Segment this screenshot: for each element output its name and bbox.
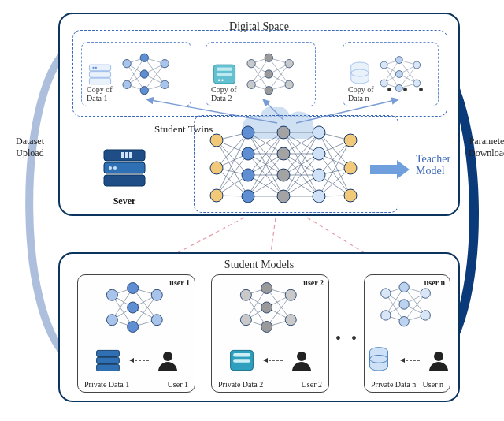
svg-point-44	[265, 70, 272, 78]
svg-point-41	[247, 60, 255, 68]
svg-rect-76	[125, 152, 128, 158]
private-data-label: Private Data n	[371, 380, 416, 389]
svg-rect-201	[233, 353, 250, 357]
data-drive-icon	[228, 346, 256, 374]
user-box-n: user n Private Data n User n	[364, 274, 450, 393]
server-label: Sever	[93, 196, 156, 207]
small-nn-icon	[118, 50, 176, 98]
svg-point-172	[128, 302, 139, 313]
svg-point-22	[161, 60, 169, 68]
svg-point-199	[285, 315, 296, 326]
svg-point-47	[285, 80, 293, 88]
user-icon	[291, 349, 313, 371]
data-stack-icon	[94, 346, 122, 374]
svg-point-173	[128, 322, 139, 333]
svg-point-169	[106, 289, 117, 300]
svg-point-222	[421, 289, 430, 298]
twin-caption: Copy ofData 2	[211, 86, 237, 102]
svg-point-144	[277, 147, 290, 160]
svg-point-17	[123, 60, 131, 68]
svg-point-66	[395, 84, 402, 91]
teacher-nn-icon	[205, 125, 362, 211]
svg-point-140	[242, 147, 254, 160]
private-data-label: Private Data 2	[218, 380, 263, 389]
svg-point-147	[313, 126, 325, 139]
svg-point-223	[421, 311, 430, 320]
dash-arrow-icon	[262, 356, 284, 364]
svg-rect-202	[233, 359, 250, 363]
twin-box-n: Copy ofData n	[343, 42, 439, 106]
svg-point-63	[380, 80, 387, 87]
svg-point-27	[218, 79, 220, 81]
svg-rect-178	[97, 364, 120, 371]
database-icon	[365, 346, 393, 374]
svg-point-62	[380, 61, 387, 69]
svg-point-196	[261, 302, 272, 313]
student-nn-icon	[98, 280, 174, 335]
svg-rect-2	[89, 78, 110, 84]
svg-point-198	[285, 289, 296, 300]
svg-point-143	[277, 126, 290, 139]
dash-arrow-icon	[128, 356, 150, 364]
svg-point-65	[395, 71, 402, 78]
student-nn-icon	[374, 280, 440, 329]
svg-point-193	[240, 289, 251, 300]
dash-arrow-icon	[399, 356, 421, 364]
svg-rect-77	[129, 152, 132, 158]
svg-point-19	[140, 54, 148, 61]
download-label: ParameterDownload	[461, 136, 504, 159]
twin-box-1: Copy ofData 1	[81, 42, 191, 106]
data-stack-icon	[87, 61, 113, 88]
svg-point-43	[265, 54, 272, 61]
svg-point-46	[285, 60, 293, 68]
teacher-arrow-icon	[369, 160, 411, 179]
svg-point-218	[381, 311, 391, 320]
svg-point-151	[344, 134, 357, 147]
svg-rect-176	[97, 350, 120, 356]
user-name-label: User 2	[302, 380, 322, 389]
small-nn-icon	[376, 53, 427, 95]
svg-point-219	[399, 282, 409, 292]
svg-point-4	[95, 67, 97, 69]
svg-point-174	[151, 289, 162, 300]
data-drive-icon	[211, 61, 238, 88]
database-icon	[348, 61, 372, 88]
svg-point-180	[163, 352, 172, 361]
svg-point-152	[344, 162, 357, 174]
svg-point-195	[261, 283, 272, 294]
svg-point-194	[240, 315, 251, 326]
user-icon	[157, 349, 179, 371]
svg-point-138	[210, 189, 223, 202]
svg-rect-177	[97, 357, 120, 363]
svg-rect-26	[217, 73, 232, 76]
svg-point-204	[297, 352, 306, 361]
twin-caption: Copy ofData n	[348, 86, 374, 102]
svg-point-146	[277, 190, 290, 203]
svg-point-42	[247, 80, 255, 88]
teacher-label: TeacherModel	[416, 153, 450, 177]
svg-point-217	[381, 289, 391, 298]
svg-rect-25	[217, 68, 232, 71]
svg-rect-72	[104, 150, 145, 161]
svg-point-150	[313, 190, 325, 203]
svg-point-153	[344, 189, 357, 202]
user-box-1: user 1 Private Data 1 User 1	[77, 274, 195, 393]
svg-point-148	[313, 147, 325, 160]
twin-caption: Copy ofData 1	[87, 86, 113, 102]
svg-point-67	[413, 61, 421, 69]
svg-point-78	[109, 166, 112, 170]
svg-point-170	[106, 315, 117, 326]
svg-point-64	[395, 57, 402, 64]
user-name-label: User n	[423, 380, 443, 389]
svg-point-20	[140, 70, 148, 78]
server-icon	[99, 147, 150, 191]
svg-point-141	[242, 169, 254, 181]
upload-label: DatasetUpload	[3, 136, 57, 159]
svg-rect-75	[121, 152, 124, 158]
svg-point-145	[277, 169, 290, 181]
user-box-2: user 2 Private Data 2 User 2	[211, 274, 329, 393]
svg-point-139	[242, 126, 254, 139]
svg-point-45	[265, 87, 272, 95]
student-models-title: Student Models	[221, 259, 297, 271]
svg-point-197	[261, 322, 272, 333]
